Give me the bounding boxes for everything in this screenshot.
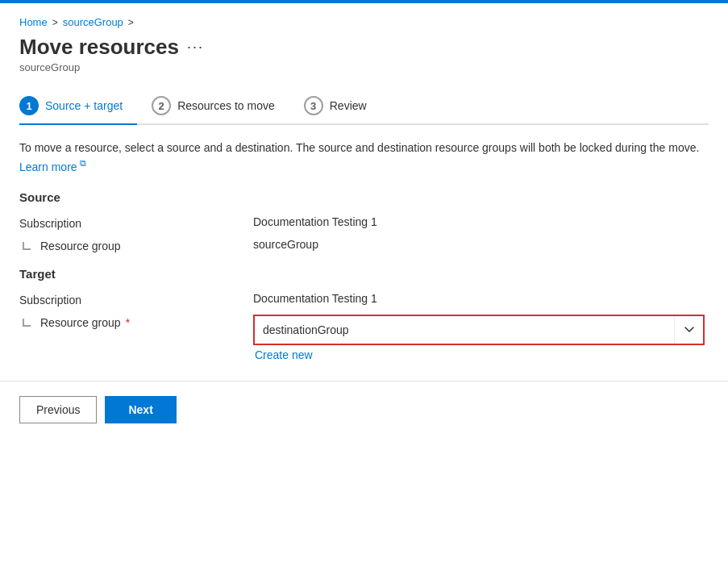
target-section-header: Target [19,267,709,281]
target-rg-input[interactable] [255,317,674,343]
footer-divider [0,381,728,381]
source-subscription-value: Documentation Testing 1 [253,215,377,228]
step-1-circle: 1 [19,96,39,115]
breadcrumb-home[interactable]: Home [19,16,48,28]
external-link-icon: ⧉ [80,158,86,168]
step-3-label: Review [330,99,367,112]
target-rg-dropdown-wrapper: Create new [253,315,705,361]
source-subscription-row: Subscription Documentation Testing 1 [19,215,709,230]
source-rg-label: Resource group [19,238,253,252]
target-subscription-row: Subscription Documentation Testing 1 [19,292,709,306]
step-2-label: Resources to move [177,99,275,112]
step-1-label: Source + target [45,99,123,112]
source-resourcegroup-row: Resource group sourceGroup [19,238,709,252]
step-2-circle: 2 [152,96,171,115]
steps-nav: 1 Source + target 2 Resources to move 3 … [19,88,709,125]
source-section-header: Source [19,190,709,204]
step-review[interactable]: 3 Review [289,88,381,123]
learn-more-link[interactable]: Learn more ⧉ [19,161,86,173]
breadcrumb-sep-1: > [52,17,58,28]
more-options-icon[interactable]: ··· [187,39,204,56]
target-subscription-value: Documentation Testing 1 [253,292,377,305]
required-indicator: * [126,316,130,329]
step-source-target[interactable]: 1 Source + target [19,88,137,125]
dropdown-chevron-icon[interactable] [674,316,703,344]
footer-actions: Previous Next [0,396,728,440]
breadcrumb-sep-2: > [128,17,134,28]
info-paragraph: To move a resource, select a source and … [19,140,709,176]
breadcrumb: Home > sourceGroup > [19,16,709,28]
target-subscription-label: Subscription [19,292,253,306]
step-resources-to-move[interactable]: 2 Resources to move [137,88,289,123]
source-subscription-label: Subscription [19,215,253,230]
breadcrumb-sourcegroup[interactable]: sourceGroup [63,16,123,28]
page-title: Move resources [19,35,179,60]
target-resourcegroup-row: Resource group * Create new [19,315,709,361]
page-subtitle: sourceGroup [19,61,709,73]
create-new-link[interactable]: Create new [253,348,705,361]
source-rg-value: sourceGroup [253,238,318,251]
previous-button[interactable]: Previous [19,396,97,423]
next-button[interactable]: Next [105,396,176,423]
l-shape-connector [23,242,31,250]
l-shape-connector-target [23,319,31,327]
target-rg-label: Resource group * [19,315,253,329]
step-3-circle: 3 [304,96,323,115]
target-rg-dropdown-container [253,315,705,345]
